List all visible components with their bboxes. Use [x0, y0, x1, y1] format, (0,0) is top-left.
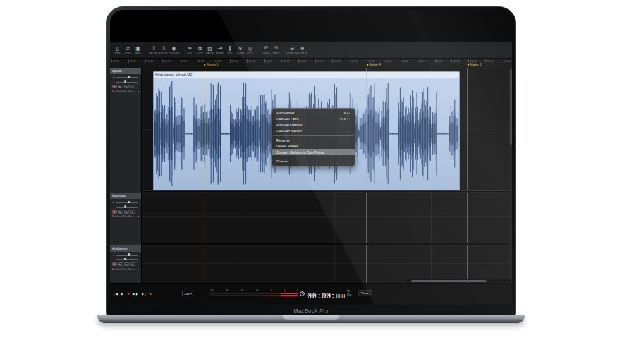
meter-bar-left: [210, 293, 298, 294]
marker-label: Marker 5: [470, 63, 482, 66]
input-device-selector[interactable]: MacBook Pro Micro... ▾: [110, 88, 141, 93]
record-arm-button[interactable]: [112, 262, 117, 266]
record-dot-icon: [113, 210, 116, 213]
toolbar-button-icon: ▤: [207, 46, 212, 52]
level-meter: -40-30-20-12-6-30: [210, 289, 298, 296]
save-button[interactable]: ▣ SAVE: [133, 46, 143, 55]
context-menu-item[interactable]: Chapter: [272, 159, 355, 165]
timeline-marker[interactable]: Marker 4: [366, 63, 381, 66]
go-to-start-button[interactable]: |◀: [114, 291, 118, 297]
time-mode-selector[interactable]: Time ▾: [358, 290, 372, 296]
publish-button[interactable]: ◉ PUBLISH: [169, 46, 179, 55]
redo-button[interactable]: ↷ REDO: [271, 46, 281, 55]
track-menu-button[interactable]: ≡: [130, 210, 135, 214]
slider-thumb[interactable]: [128, 76, 130, 78]
solo-button[interactable]: S: [124, 85, 129, 88]
paste-button[interactable]: ▤ PASTE: [205, 46, 215, 55]
toolbar-button-label: CUT: [187, 52, 192, 55]
split-button[interactable]: ∥ SPLIT: [225, 46, 235, 55]
context-menu-item[interactable]: Rename: [272, 137, 355, 143]
timeline-marker[interactable]: Marker 5: [467, 63, 482, 66]
clear-button[interactable]: ⊘ CLEAR: [235, 46, 245, 55]
new-button[interactable]: ▯ NEW: [113, 46, 123, 55]
speaker-icon: ◄: [112, 253, 114, 257]
context-menu-item[interactable]: Add RAD Marker: [272, 122, 355, 128]
undo-button[interactable]: ↶ UNDO: [261, 46, 271, 55]
zoom-in-button[interactable]: ⊕ ZOOM IN: [297, 46, 307, 55]
transport-bar: |◀ ▶ ● ▶▶: [110, 283, 512, 305]
input-device-selector[interactable]: MacBook Pro Micro... ▾: [110, 214, 141, 218]
track-menu-button[interactable]: ≡: [130, 262, 135, 266]
track-header-ambience[interactable]: Ambience ◄: [110, 245, 141, 270]
context-menu-item[interactable]: Delete Marker: [272, 143, 355, 150]
scrollbar-thumb[interactable]: [510, 69, 512, 145]
volume-slider[interactable]: ◄: [112, 75, 139, 80]
record-arm-button[interactable]: [112, 85, 117, 88]
ruler-time-label: 03:00: [468, 59, 476, 63]
toolbar-button-icon: ⧉: [198, 46, 202, 52]
context-menu-item[interactable]: Convert Markers to Cue Points: [272, 149, 355, 155]
toolbar-button-label: ZOOM IN: [297, 52, 307, 55]
ruler-time-label: 02:54: [418, 59, 425, 63]
context-menu-item[interactable]: [273, 135, 354, 136]
slider-thumb[interactable]: [128, 201, 130, 203]
playback-speed-control[interactable]: 1.5x ▾: [182, 291, 193, 296]
toolbar-button-icon: ⊕: [300, 46, 305, 52]
laptop-frame: ▯ NEW ▱ OPEN ▣ SAVE: [106, 6, 516, 316]
laptop-base: [97, 315, 525, 323]
track-name[interactable]: Speak: [110, 68, 141, 74]
play-button[interactable]: ▶: [121, 291, 124, 297]
export-button[interactable]: ⇧ EXPORT: [159, 46, 169, 55]
toolbar-button-icon: ◉: [172, 46, 176, 52]
menu-item-label: Add Marker: [276, 111, 341, 115]
pan-slider[interactable]: [112, 205, 139, 209]
record-dot-icon: [113, 85, 116, 88]
timeline-ruler[interactable]: 02:1802:2002:2202:2402:2602:2802:3002:32…: [110, 59, 512, 68]
open-button[interactable]: ▱ OPEN: [123, 46, 133, 55]
pan-slider[interactable]: [112, 80, 139, 84]
timeline-marker[interactable]: Marker 3: [204, 63, 218, 66]
transport-button-icon: ▶▶: [133, 292, 138, 296]
transport-button-icon: ↻: [149, 292, 152, 296]
fast-forward-button[interactable]: ▶▶: [133, 291, 138, 297]
toolbar-button-label: SPLIT: [227, 52, 234, 55]
scrollbar-thumb[interactable]: [411, 280, 487, 282]
input-device-selector[interactable]: MacBook Pro Micro... ▾: [110, 266, 141, 270]
spot-button[interactable]: ◎ SPOT: [245, 46, 255, 55]
import-button[interactable]: ⇩ IMPORT: [149, 46, 159, 55]
record-arm-button[interactable]: [112, 210, 117, 214]
insert-button[interactable]: ⇥ INSERT: [215, 46, 225, 55]
context-menu-item[interactable]: Add Marker ⌘↩: [272, 110, 355, 116]
copy-button[interactable]: ⧉ COPY: [195, 46, 205, 55]
zoom-out-button[interactable]: ⊖ ZOOM OUT: [287, 46, 297, 55]
solo-button[interactable]: S: [124, 262, 129, 266]
context-menu-item[interactable]: Add Cart Marker ›: [272, 128, 355, 135]
track-header-speak[interactable]: Speak ◄: [110, 68, 141, 93]
ruler-time-label: 02:24: [162, 59, 170, 63]
volume-slider[interactable]: ◄: [112, 200, 139, 205]
track-header-interview[interactable]: Interview ◄: [110, 193, 141, 218]
track-name[interactable]: Ambience: [110, 245, 141, 252]
toolbar-button-icon: ⊘: [238, 46, 243, 52]
context-menu-item[interactable]: [273, 157, 354, 157]
ruler-time-label: 02:46: [350, 59, 357, 63]
ruler-time-label: 02:38: [281, 59, 289, 63]
loop-button[interactable]: ↻: [149, 291, 152, 297]
mute-button[interactable]: M: [118, 262, 123, 266]
mute-button[interactable]: M: [118, 210, 123, 214]
go-to-end-button[interactable]: ▶|: [142, 291, 145, 297]
toolbar-button-icon: ▯: [116, 46, 119, 52]
slider-thumb[interactable]: [128, 253, 130, 256]
volume-slider[interactable]: ◄: [112, 253, 139, 257]
context-menu-item[interactable]: Add Cue Point ⌥⌘↩: [272, 116, 355, 123]
cut-button[interactable]: ✂ CUT: [185, 46, 195, 55]
track-menu-button[interactable]: ≡: [130, 85, 135, 88]
solo-button[interactable]: S: [124, 210, 129, 214]
horizontal-scrollbar[interactable]: [406, 279, 511, 282]
track-name[interactable]: Interview: [110, 193, 141, 199]
toolbar-button-label: IMPORT: [149, 52, 159, 55]
record-button[interactable]: ●: [127, 291, 130, 297]
pan-slider[interactable]: [112, 257, 139, 262]
vertical-scrollbar[interactable]: [509, 68, 512, 279]
mute-button[interactable]: M: [118, 85, 123, 88]
